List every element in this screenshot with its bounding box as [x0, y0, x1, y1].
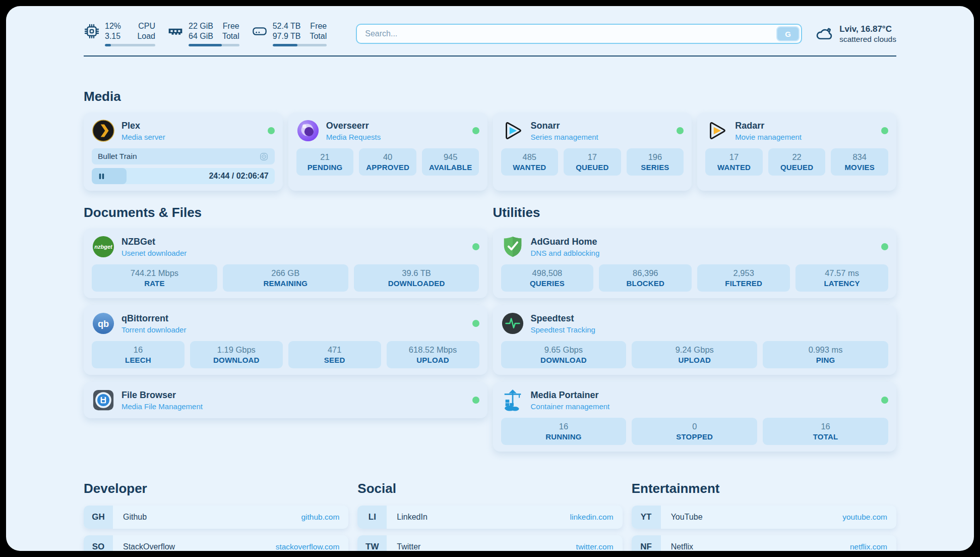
stat-blocked: 86,396 BLOCKED — [599, 264, 692, 292]
memory-total-label: Total — [222, 31, 239, 41]
bookmark-url: stackoverflow.com — [276, 542, 340, 551]
bookmark-twitter[interactable]: TW Twitter twitter.com — [357, 535, 622, 551]
cast-session-icon — [259, 152, 269, 161]
app-card-speedtest[interactable]: Speedtest Speedtest Tracking 9.65 Gbps D… — [493, 305, 897, 375]
disk-free-value: 52.4 TB — [273, 21, 301, 31]
header: 12% 3.15 CPU Load 22 GiB — [84, 21, 896, 46]
bookmark-url: linkedin.com — [570, 513, 614, 522]
app-title: Sonarr — [531, 121, 598, 131]
search-engine-button[interactable]: G — [776, 26, 800, 41]
speedtest-icon — [501, 312, 524, 335]
bookmark-stackoverflow[interactable]: SO StackOverflow stackoverflow.com — [84, 535, 348, 551]
disk-total-value: 97.9 TB — [273, 31, 301, 41]
app-subtitle: Container management — [531, 402, 610, 411]
overseerr-icon — [296, 119, 320, 142]
bookmark-url: netflix.com — [850, 542, 887, 551]
utilities-column: Utilities AdGuard Home DNS and adblockin… — [493, 205, 897, 452]
header-divider — [84, 55, 896, 57]
stat-leech: 16 LEECH — [92, 341, 185, 368]
bookmark-abbr: NF — [632, 535, 661, 551]
memory-total-value: 64 GiB — [189, 31, 213, 41]
app-card-overseerr[interactable]: Overseerr Media Requests 21 PENDING 40 A… — [288, 113, 487, 191]
status-dot — [677, 127, 684, 134]
stat-running: 16 RUNNING — [501, 418, 627, 445]
stat-pending: 21 PENDING — [296, 148, 354, 176]
status-dot — [881, 243, 888, 250]
memory-free-label: Free — [222, 21, 239, 31]
app-card-plex[interactable]: Plex Media server Bullet Train 24:44 / 0… — [84, 113, 283, 191]
bookmark-name: StackOverflow — [123, 542, 175, 551]
bookmark-name: Twitter — [397, 542, 420, 551]
plex-icon — [92, 119, 115, 142]
stat-upload: 9.24 Gbps UPLOAD — [632, 341, 757, 368]
stat-queued: 22 QUEUED — [768, 148, 826, 176]
bookmark-name: LinkedIn — [397, 513, 427, 522]
app-card-filebrowser[interactable]: File Browser Media File Management — [84, 382, 487, 418]
stat-rate: 744.21 Mbps RATE — [92, 264, 217, 292]
app-title: Speedtest — [531, 313, 595, 324]
stat-movies: 834 MOVIES — [831, 148, 888, 176]
status-dot — [268, 127, 275, 134]
app-card-qbittorrent[interactable]: qb qBittorrent Torrent downloader 16 LEE… — [84, 305, 487, 375]
app-card-nzbget[interactable]: nzbget NZBGet Usenet downloader 744.21 M… — [84, 229, 487, 298]
search-bar: G — [356, 24, 802, 44]
bookmark-group-developer: Developer GH Github github.com SO StackO… — [84, 481, 348, 551]
weather-condition: scattered clouds — [839, 34, 896, 44]
stat-queued: 17 QUEUED — [564, 148, 621, 176]
bookmark-url: twitter.com — [576, 542, 614, 551]
status-dot — [472, 397, 479, 404]
app-subtitle: DNS and adblocking — [531, 249, 600, 257]
app-card-portainer[interactable]: Media Portainer Container management 16 … — [493, 382, 897, 452]
section-title-developer: Developer — [84, 481, 348, 496]
now-playing-title: Bullet Train — [98, 152, 137, 161]
bookmark-github[interactable]: GH Github github.com — [84, 506, 348, 529]
section-title-social: Social — [357, 481, 622, 496]
disk-icon — [252, 23, 268, 39]
bookmark-group-entertainment: Entertainment YT YouTube youtube.com NF … — [632, 481, 896, 551]
bookmark-linkedin[interactable]: LI LinkedIn linkedin.com — [357, 506, 622, 529]
app-card-adguard[interactable]: AdGuard Home DNS and adblocking 498,508 … — [493, 229, 897, 298]
status-dot — [881, 397, 888, 404]
stat-total: 16 TOTAL — [763, 418, 888, 445]
bookmark-youtube[interactable]: YT YouTube youtube.com — [632, 506, 896, 529]
section-title-utilities: Utilities — [493, 205, 897, 220]
memory-widget: 22 GiB 64 GiB Free Total — [167, 21, 239, 46]
radarr-icon — [705, 119, 728, 142]
app-subtitle: Usenet downloader — [121, 249, 187, 257]
bookmark-group-social: Social LI LinkedIn linkedin.com TW Twitt… — [357, 481, 622, 551]
app-title: Overseerr — [326, 121, 381, 131]
stat-stopped: 0 STOPPED — [632, 418, 757, 445]
cpu-icon — [84, 23, 100, 39]
qbittorrent-icon: qb — [92, 312, 115, 335]
search-input[interactable] — [356, 24, 802, 44]
stat-available: 945 AVAILABLE — [422, 148, 479, 176]
app-subtitle: Movie management — [735, 133, 802, 141]
now-playing-row: Bullet Train — [92, 148, 275, 164]
status-dot — [472, 127, 479, 134]
bookmark-abbr: GH — [84, 506, 113, 529]
section-title-media: Media — [84, 89, 896, 104]
pause-icon — [98, 173, 105, 180]
cpu-usage-value: 12% — [105, 21, 121, 31]
stat-wanted: 485 WANTED — [501, 148, 559, 176]
stat-ping: 0.993 ms PING — [763, 341, 888, 368]
app-subtitle: Media server — [121, 133, 165, 141]
stat-download: 9.65 Gbps DOWNLOAD — [501, 341, 627, 368]
stat-wanted: 17 WANTED — [705, 148, 763, 176]
memory-progress-bar — [189, 44, 239, 46]
svg-text:qb: qb — [98, 319, 109, 329]
nzbget-icon: nzbget — [92, 235, 115, 258]
app-title: Media Portainer — [531, 390, 610, 401]
dashboard-page: 12% 3.15 CPU Load 22 GiB — [6, 6, 974, 551]
bookmark-abbr: LI — [357, 506, 387, 529]
app-card-radarr[interactable]: Radarr Movie management 17 WANTED 22 QUE… — [697, 113, 896, 191]
app-subtitle: Series management — [531, 133, 598, 141]
stat-download: 1.19 Gbps DOWNLOAD — [190, 341, 283, 368]
app-title: qBittorrent — [121, 313, 186, 324]
cpu-label: CPU — [137, 21, 155, 31]
disk-progress-bar — [273, 44, 327, 46]
app-card-sonarr[interactable]: Sonarr Series management 485 WANTED 17 Q… — [493, 113, 692, 191]
portainer-icon — [501, 388, 524, 412]
bookmark-netflix[interactable]: NF Netflix netflix.com — [632, 535, 896, 551]
status-dot — [881, 127, 888, 134]
